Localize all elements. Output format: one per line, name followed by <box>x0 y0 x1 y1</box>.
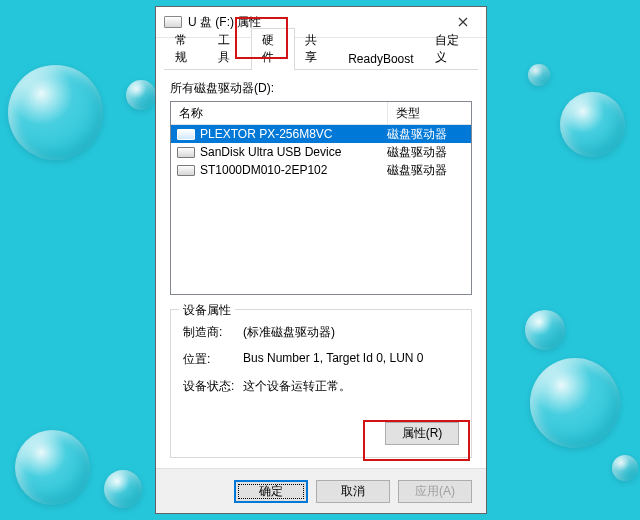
ok-button[interactable]: 确定 <box>234 480 308 503</box>
drive-type: 磁盘驱动器 <box>381 144 471 161</box>
manufacturer-label: 制造商: <box>183 324 243 341</box>
apply-button[interactable]: 应用(A) <box>398 480 472 503</box>
location-value: Bus Number 1, Target Id 0, LUN 0 <box>243 351 459 368</box>
drive-icon <box>164 16 182 28</box>
disk-icon <box>177 129 195 140</box>
properties-dialog: U 盘 (F:) 属性 常规 工具 硬件 共享 ReadyBoost 自定义 所… <box>155 6 487 514</box>
list-item[interactable]: ST1000DM010-2EP102 磁盘驱动器 <box>171 161 471 179</box>
drive-list-caption: 所有磁盘驱动器(D): <box>170 80 472 97</box>
tab-sharing[interactable]: 共享 <box>294 28 338 70</box>
drive-type: 磁盘驱动器 <box>381 162 471 179</box>
tab-general[interactable]: 常规 <box>164 28 208 70</box>
tab-readyboost[interactable]: ReadyBoost <box>337 48 424 70</box>
list-item[interactable]: PLEXTOR PX-256M8VC 磁盘驱动器 <box>171 125 471 143</box>
cancel-button[interactable]: 取消 <box>316 480 390 503</box>
drive-type: 磁盘驱动器 <box>381 126 471 143</box>
drive-name: PLEXTOR PX-256M8VC <box>200 127 333 141</box>
col-header-type[interactable]: 类型 <box>388 102 471 124</box>
tab-label: ReadyBoost <box>348 52 413 66</box>
manufacturer-value: (标准磁盘驱动器) <box>243 324 459 341</box>
list-header: 名称 类型 <box>171 102 471 125</box>
tab-bar: 常规 工具 硬件 共享 ReadyBoost 自定义 <box>156 38 486 70</box>
drive-list[interactable]: 名称 类型 PLEXTOR PX-256M8VC 磁盘驱动器 SanDisk U… <box>170 101 472 295</box>
tab-label: 常规 <box>175 33 187 64</box>
location-label: 位置: <box>183 351 243 368</box>
tab-label: 工具 <box>218 33 230 64</box>
disk-icon <box>177 147 195 158</box>
tab-label: 共享 <box>305 33 317 64</box>
tab-label: 自定义 <box>435 33 459 64</box>
drive-name: SanDisk Ultra USB Device <box>200 145 341 159</box>
tab-tools[interactable]: 工具 <box>207 28 251 70</box>
device-properties-group: 设备属性 制造商: (标准磁盘驱动器) 位置: Bus Number 1, Ta… <box>170 309 472 458</box>
disk-icon <box>177 165 195 176</box>
list-item[interactable]: SanDisk Ultra USB Device 磁盘驱动器 <box>171 143 471 161</box>
group-legend: 设备属性 <box>179 302 235 319</box>
col-header-name[interactable]: 名称 <box>171 102 388 124</box>
tab-custom[interactable]: 自定义 <box>424 28 479 70</box>
dialog-footer: 确定 取消 应用(A) <box>156 468 486 513</box>
drive-name: ST1000DM010-2EP102 <box>200 163 327 177</box>
status-value: 这个设备运转正常。 <box>243 378 459 395</box>
tab-hardware[interactable]: 硬件 <box>251 28 295 70</box>
device-properties-button[interactable]: 属性(R) <box>385 422 459 445</box>
status-label: 设备状态: <box>183 378 243 395</box>
tab-label: 硬件 <box>262 33 274 64</box>
tab-content: 所有磁盘驱动器(D): 名称 类型 PLEXTOR PX-256M8VC 磁盘驱… <box>156 70 486 468</box>
